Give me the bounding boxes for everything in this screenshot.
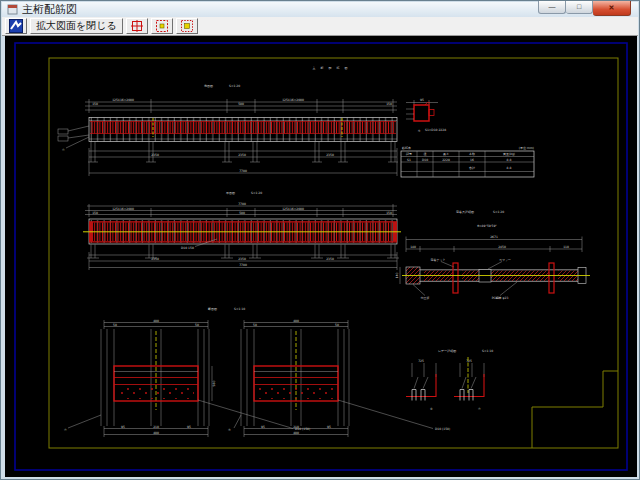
- minimize-button[interactable]: —: [538, 1, 566, 14]
- cad-canvas[interactable]: 主 桁 配 筋 図 側面図 S=1:20 125X16=2000 125X16=…: [5, 36, 637, 477]
- svg-text:210: 210: [293, 425, 299, 429]
- svg-text:500: 500: [238, 102, 244, 106]
- side-supports: [88, 142, 398, 163]
- svg-text:500: 500: [239, 211, 245, 215]
- svg-text:725: 725: [466, 359, 472, 363]
- zoom-area-alt-icon: [180, 19, 194, 33]
- svg-text:2450: 2450: [498, 245, 506, 249]
- stirrup-detail: レデー詳細図 S=1:10 725 ⑥ 725 ⑦: [406, 349, 493, 412]
- plan-callout: D10 150: [181, 246, 194, 250]
- svg-text:125X16=2000: 125X16=2000: [112, 207, 134, 211]
- svg-text:95: 95: [261, 425, 265, 429]
- anchor-detail: 定着具詳細図 S=1:20 θ=89°59'59" 2671 140 2450 …: [395, 210, 590, 301]
- zoom-area-icon: [155, 19, 169, 33]
- svg-text:50: 50: [113, 323, 117, 327]
- rebar-table: 鉄筋表 (単位:mm) 記号 径 長さ 本数 質量(kg) S1 D10 222…: [401, 146, 534, 178]
- anchor-detail-label: 定着具詳細図: [456, 210, 474, 214]
- svg-text:長さ: 長さ: [443, 152, 449, 156]
- plan-view-scale: S=1:20: [251, 191, 262, 195]
- svg-text:140: 140: [395, 273, 399, 279]
- svg-text:150: 150: [92, 211, 98, 215]
- svg-text:725: 725: [418, 359, 424, 363]
- svg-text:150: 150: [386, 102, 392, 106]
- caption-buttons: — □ ✕: [538, 1, 631, 16]
- bar-detail-callout: S1=D10:2228: [425, 128, 446, 132]
- svg-text:125X16=2000: 125X16=2000: [112, 98, 134, 102]
- svg-text:50: 50: [253, 323, 257, 327]
- svg-text:定着ナット: 定着ナット: [430, 258, 445, 262]
- svg-text:2671: 2671: [490, 235, 498, 239]
- stirrup-detail-label: レデー詳細図: [438, 349, 456, 353]
- svg-text:7700: 7700: [239, 263, 247, 267]
- section-views: 断面図 S=1:10 400 50 50: [64, 307, 450, 438]
- drawing-title: 主 桁 配 筋 図: [313, 66, 350, 70]
- svg-text:125X16=2000: 125X16=2000: [282, 98, 304, 102]
- section-b-mark: ③: [228, 428, 231, 432]
- svg-text:400: 400: [293, 431, 299, 435]
- zoom-window-button[interactable]: [126, 18, 148, 34]
- section-b: 400 50 50 95 210 95 400 ③: [228, 319, 450, 437]
- svg-text:210: 210: [153, 425, 159, 429]
- close-button[interactable]: ✕: [593, 1, 631, 16]
- bar-detail-mark: ⑤: [418, 129, 421, 133]
- stirrup-mark-left: ⑥: [430, 407, 433, 411]
- svg-text:2350: 2350: [326, 257, 334, 261]
- svg-text:95: 95: [420, 98, 424, 102]
- section-label: 断面図: [208, 307, 217, 311]
- svg-text:150: 150: [92, 102, 98, 106]
- svg-text:2350: 2350: [151, 257, 159, 261]
- svg-text:560: 560: [212, 381, 216, 387]
- plan-view: 平面図 S=1:20 7700 125X16=2000 125X16=2000 …: [83, 191, 401, 271]
- svg-text:径: 径: [424, 152, 427, 156]
- svg-text:95: 95: [327, 425, 331, 429]
- side-view: 側面図 S=1:20 125X16=2000 125X16=2000 500 1…: [58, 84, 398, 176]
- plan-view-label: 平面図: [226, 191, 235, 195]
- svg-text:50: 50: [195, 323, 199, 327]
- section-b-note: D10 (150): [435, 427, 450, 431]
- svg-text:質量(kg): 質量(kg): [503, 152, 515, 156]
- table-title: 鉄筋表: [402, 146, 411, 150]
- side-rebar-band: [90, 122, 396, 134]
- zoom-area-alt-button[interactable]: [176, 18, 198, 34]
- side-mark: ①: [62, 148, 65, 152]
- svg-text:2350: 2350: [238, 257, 246, 261]
- svg-text:95: 95: [121, 425, 125, 429]
- svg-text:2350: 2350: [238, 153, 246, 157]
- svg-text:2350: 2350: [326, 153, 334, 157]
- svg-text:2350: 2350: [151, 153, 159, 157]
- svg-text:カプラー: カプラー: [499, 258, 511, 262]
- window-icon: [7, 4, 18, 15]
- app-window: 主桁配筋図 — □ ✕ 拡大図面を閉じる: [0, 0, 640, 480]
- stirrup-detail-scale: S=1:10: [482, 349, 493, 353]
- svg-text:D10: D10: [422, 158, 428, 162]
- svg-text:2228: 2228: [442, 158, 450, 162]
- toolbar-app-button[interactable]: [5, 18, 27, 34]
- svg-text:400: 400: [293, 319, 299, 323]
- bar-end-detail: 95 ⑤ S1=D10:2228: [406, 98, 446, 132]
- anchor-angle: θ=89°59'59": [477, 224, 497, 228]
- svg-text:110: 110: [563, 245, 569, 249]
- svg-text:7700: 7700: [238, 202, 246, 206]
- svg-text:S1: S1: [407, 158, 411, 162]
- toolbar: 拡大図面を閉じる: [2, 17, 638, 36]
- svg-text:PC鋼棒 φ23: PC鋼棒 φ23: [492, 296, 509, 300]
- svg-text:記号: 記号: [406, 152, 412, 156]
- svg-text:140: 140: [410, 245, 416, 249]
- svg-text:本数: 本数: [469, 152, 475, 156]
- window-title: 主桁配筋図: [22, 2, 77, 17]
- svg-text:50: 50: [335, 323, 339, 327]
- zoom-area-button[interactable]: [151, 18, 173, 34]
- side-view-scale: S=1:20: [229, 84, 240, 88]
- svg-text:125X16=2000: 125X16=2000: [282, 207, 304, 211]
- svg-text:支圧板: 支圧板: [421, 296, 430, 300]
- svg-text:8.8: 8.8: [507, 166, 512, 170]
- svg-text:8.8: 8.8: [507, 158, 512, 162]
- maximize-button[interactable]: □: [566, 1, 593, 14]
- crosshair-frame-icon: [130, 19, 144, 33]
- svg-text:16: 16: [470, 158, 474, 162]
- svg-text:150: 150: [386, 211, 392, 215]
- svg-text:400: 400: [153, 319, 159, 323]
- close-enlarged-view-button[interactable]: 拡大図面を閉じる: [30, 18, 123, 34]
- svg-text:7700: 7700: [239, 169, 247, 173]
- toolbar-app-icon: [9, 19, 23, 33]
